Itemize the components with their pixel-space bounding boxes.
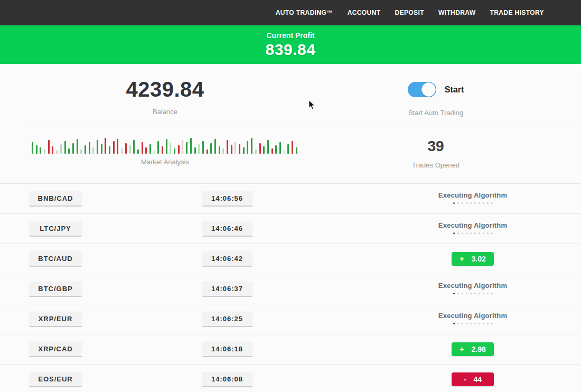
trade-row: BTC/AUD 14:06:42 +3.02: [0, 244, 581, 274]
progress-dot: [466, 202, 467, 204]
progress-dot: [487, 202, 489, 204]
trade-row: EOS/EUR 14:06:08 -44: [0, 365, 581, 392]
progress-dot: [462, 202, 463, 204]
executing-status: Executing Algorithm: [438, 221, 507, 234]
market-bar: [275, 145, 277, 154]
market-bar: [219, 146, 220, 154]
nav-item-account[interactable]: ACCOUNT: [348, 9, 381, 16]
time-badge: 14:06:56: [202, 191, 252, 207]
trades-opened-label: Trades Opened: [412, 161, 460, 169]
progress-dot: [462, 293, 463, 294]
market-bar: [207, 150, 208, 154]
market-bar: [133, 140, 135, 154]
trade-row: LTC/JPY 14:06:46 Executing Algorithm: [0, 214, 581, 244]
market-bar: [64, 141, 66, 154]
trade-row: XRP/CAD 14:06:18 +2.98: [0, 334, 581, 365]
time-badge: 14:06:18: [202, 342, 252, 357]
market-bar: [259, 143, 261, 154]
market-bar: [149, 144, 151, 154]
market-section: Market Analysis 39 Trades Opened: [0, 126, 581, 183]
market-bar: [198, 144, 200, 154]
pair-badge: BNB/CAD: [29, 191, 82, 207]
market-bar: [52, 146, 53, 154]
progress-dot: [466, 232, 467, 234]
trade-status: +2.98: [364, 342, 581, 356]
trades-opened-value: 39: [427, 138, 444, 155]
pair-badge: EOS/EUR: [29, 372, 82, 387]
progress-dot: [474, 323, 476, 324]
market-bar: [239, 144, 240, 154]
market-bar: [97, 140, 98, 154]
market-bar: [287, 144, 289, 154]
progress-dot: [483, 202, 484, 204]
market-bar: [68, 148, 70, 154]
market-bar: [129, 145, 131, 154]
market-bar: [60, 144, 62, 154]
market-bar: [137, 150, 139, 154]
time-badge: 14:06:37: [202, 282, 252, 297]
market-bar: [182, 140, 183, 154]
balance-value: 4239.84: [126, 78, 204, 101]
nav-menu: AUTO TRADING™ACCOUNTDEPOSITWITHDRAWTRADE…: [276, 9, 544, 16]
loss-badge: -44: [452, 372, 494, 386]
trades-list: BNB/CAD 14:06:56 Executing Algorithm LTC…: [0, 183, 581, 392]
balance-block: 4239.84 Balance: [0, 78, 330, 126]
trade-row: XRP/EUR 14:06:25 Executing Algorithm: [0, 304, 581, 334]
trade-status: Executing Algorithm: [364, 282, 581, 296]
result-sign: +: [460, 345, 464, 353]
current-profit-label: Current Profit: [267, 31, 315, 40]
progress-dot: [474, 232, 476, 234]
market-analysis-chart: [32, 136, 298, 154]
market-bar: [72, 143, 74, 154]
top-nav: AUTO TRADING™ACCOUNTDEPOSITWITHDRAWTRADE…: [0, 0, 581, 25]
progress-dots: [438, 202, 507, 204]
progress-dot: [462, 323, 463, 324]
progress-dot: [487, 232, 489, 234]
progress-dot: [453, 293, 455, 294]
trade-row: BNB/CAD 14:06:56 Executing Algorithm: [0, 184, 581, 214]
market-bar: [105, 138, 106, 154]
nav-item-auto-trading[interactable]: AUTO TRADING™: [276, 9, 333, 16]
progress-dots: [438, 293, 507, 294]
progress-dot: [483, 293, 484, 294]
market-bar: [166, 139, 167, 154]
progress-dot: [479, 293, 480, 294]
market-bar: [40, 147, 41, 154]
market-bar: [284, 151, 285, 154]
result-sign: +: [460, 255, 464, 263]
nav-item-deposit[interactable]: DEPOSIT: [395, 9, 424, 16]
market-bar: [142, 142, 143, 154]
auto-trading-toggle[interactable]: [408, 82, 436, 97]
profit-badge: +2.98: [452, 342, 494, 356]
progress-dot: [491, 323, 493, 324]
market-bar: [145, 147, 147, 154]
executing-status: Executing Algorithm: [438, 191, 507, 204]
market-bar: [113, 141, 115, 154]
market-bar: [227, 140, 228, 154]
market-bar: [44, 150, 45, 154]
trade-status: -44: [364, 372, 581, 386]
current-profit-value: 839.84: [266, 41, 316, 59]
executing-status: Executing Algorithm: [438, 282, 507, 294]
nav-item-trade-history[interactable]: TRADE HISTORY: [490, 9, 544, 16]
balance-label: Balance: [153, 108, 177, 116]
progress-dot: [457, 323, 459, 324]
pair-badge: XRP/CAD: [29, 342, 82, 357]
current-profit-banner: Current Profit 839.84: [0, 25, 581, 64]
progress-dot: [474, 202, 476, 204]
executing-status: Executing Algorithm: [438, 312, 507, 324]
trade-status: Executing Algorithm: [364, 191, 581, 206]
nav-item-withdraw[interactable]: WITHDRAW: [438, 9, 476, 16]
trade-row: BTC/GBP 14:06:37 Executing Algorithm: [0, 274, 581, 304]
market-bar: [190, 138, 192, 154]
time-badge: 14:06:46: [202, 221, 252, 237]
progress-dot: [462, 232, 463, 234]
market-bar: [162, 146, 163, 154]
market-bar: [154, 151, 155, 154]
market-bar: [247, 141, 248, 154]
trade-status: +3.02: [364, 252, 581, 266]
market-bar: [202, 141, 204, 154]
result-value: 2.98: [471, 345, 485, 353]
toggle-knob-icon: [421, 82, 436, 97]
result-value: 3.02: [471, 255, 485, 263]
